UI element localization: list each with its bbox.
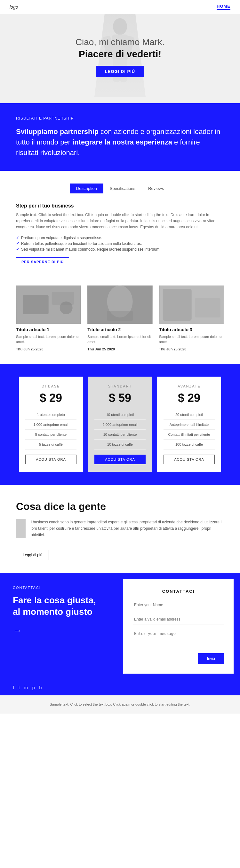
pricing-card-2: STANDART $ 59 10 utenti completi 2.000 a… bbox=[88, 377, 152, 472]
feature-2-2: 2.000 anteprime email bbox=[94, 420, 146, 430]
contact-arrow-icon: → bbox=[13, 626, 104, 636]
plan-btn-3[interactable]: ACQUISTA ORA bbox=[163, 455, 215, 464]
pricing-card-3: AVANZATE $ 29 20 utenti completi Antepri… bbox=[157, 377, 221, 472]
article-desc-1: Sample small text. Lorem ipsum dolor sit… bbox=[16, 334, 81, 345]
home-link[interactable]: HOME bbox=[217, 4, 231, 10]
footer-text: Sample text. Click to select the text bo… bbox=[13, 702, 227, 708]
step-button[interactable]: PER SAPERNE DI PIÙ bbox=[16, 257, 69, 266]
partnership-label: Risultati e partnership bbox=[16, 116, 224, 121]
svg-rect-15 bbox=[194, 298, 220, 317]
plan-features-2: 10 utenti completi 2.000 anteprime email… bbox=[94, 410, 146, 450]
testimonial-title: Cosa dice la gente bbox=[16, 501, 224, 513]
contact-label: CONTATTACI bbox=[13, 586, 104, 590]
plan-btn-1[interactable]: ACQUISTA ORA bbox=[25, 455, 77, 464]
contact-form-title: CONTATTACI bbox=[133, 589, 224, 594]
article-desc-2: Sample small text. Lorem ipsum dolor sit… bbox=[87, 334, 152, 345]
partnership-section: Risultati e partnership Sviluppiamo part… bbox=[0, 103, 240, 171]
tab-specifications[interactable]: Specifications bbox=[103, 184, 142, 193]
feature-3-2: Anteprime email illimitate bbox=[163, 420, 215, 430]
check-list: Pretium quam vulputate dignissim suspend… bbox=[16, 235, 224, 252]
article-image-1 bbox=[16, 285, 81, 324]
plan-features-1: 1 utente completo 1.000 anteprime email … bbox=[25, 410, 77, 450]
feature-1-1: 1 utente completo bbox=[25, 410, 77, 420]
plan-features-3: 20 utenti completi Anteprime email illim… bbox=[163, 410, 215, 450]
feature-1-2: 1.000 anteprime email bbox=[25, 420, 77, 430]
feature-2-1: 10 utenti completi bbox=[94, 410, 146, 420]
footer: Sample text. Click to select the text bo… bbox=[0, 695, 240, 714]
pricing-section: DI BASE $ 29 1 utente completo 1.000 ant… bbox=[0, 364, 240, 485]
plan-label-1: DI BASE bbox=[25, 384, 77, 388]
logo: logo bbox=[9, 4, 18, 9]
article-date-3: Thu Jun 25 2020 bbox=[159, 347, 224, 351]
hero-section: Ciao, mi chiamo Mark. Piacere di vederti… bbox=[0, 14, 240, 103]
article-title-3: Titolo articolo 3 bbox=[159, 327, 224, 332]
article-date-2: Thu Jun 25 2020 bbox=[87, 347, 152, 351]
pinterest-icon[interactable]: p bbox=[32, 685, 35, 690]
twitter-icon[interactable]: t bbox=[19, 685, 20, 690]
article-date-1: Thu Jun 25 2020 bbox=[16, 347, 81, 351]
testimonial-avatar bbox=[16, 519, 26, 538]
instagram-icon[interactable]: in bbox=[24, 685, 28, 690]
plan-btn-2[interactable]: ACQUISTA ORA bbox=[94, 455, 146, 464]
pricing-card-1: DI BASE $ 29 1 utente completo 1.000 ant… bbox=[19, 377, 83, 472]
plan-price-1: $ 29 bbox=[25, 391, 77, 405]
plan-price-2: $ 59 bbox=[94, 391, 146, 405]
step-title: Step per il tuo business bbox=[16, 203, 224, 209]
svg-rect-12 bbox=[107, 311, 133, 321]
svg-point-9 bbox=[60, 302, 72, 314]
svg-point-0 bbox=[113, 18, 127, 35]
plan-price-3: $ 29 bbox=[163, 391, 215, 405]
testimonial-body: I business coach sono in genere imprendi… bbox=[31, 519, 224, 538]
tab-description[interactable]: Description bbox=[70, 184, 103, 193]
tabs-bar: Description Specifications Reviews bbox=[16, 184, 224, 193]
article-card-2: Titolo articolo 2 Sample small text. Lor… bbox=[87, 285, 152, 351]
article-card-3: Titolo articolo 3 Sample small text. Lor… bbox=[159, 285, 224, 351]
plan-label-3: AVANZATE bbox=[163, 384, 215, 388]
article-title-2: Titolo articolo 2 bbox=[87, 327, 152, 332]
feature-1-4: 5 tazze di caffè bbox=[25, 440, 77, 450]
contact-message-input[interactable] bbox=[133, 629, 224, 648]
svg-rect-14 bbox=[162, 289, 191, 321]
article-image-3 bbox=[159, 285, 224, 324]
feature-2-3: 10 contatti per cliente bbox=[94, 430, 146, 440]
navigation: logo HOME bbox=[0, 0, 240, 14]
contact-name-input[interactable] bbox=[133, 600, 224, 610]
feature-3-3: Contatti illimitati per cliente bbox=[163, 430, 215, 440]
read-more-button[interactable]: Leggi di più bbox=[16, 550, 49, 560]
social-bar: f t in p b bbox=[0, 680, 240, 695]
partnership-text: Sviluppiamo partnership con aziende e or… bbox=[16, 126, 224, 158]
contact-form: CONTATTACI Invia bbox=[123, 579, 234, 674]
svg-rect-7 bbox=[23, 295, 49, 314]
contact-email-input[interactable] bbox=[133, 615, 224, 624]
hero-title: Piacere di vederti! bbox=[76, 49, 165, 59]
check-item-1: Pretium quam vulputate dignissim suspend… bbox=[16, 235, 224, 241]
feature-1-3: 5 contatti per cliente bbox=[25, 430, 77, 440]
check-item-3: Sed vulputate mi sit amet mauris commodo… bbox=[16, 247, 224, 252]
facebook-icon[interactable]: f bbox=[13, 685, 14, 690]
tab-reviews[interactable]: Reviews bbox=[142, 184, 170, 193]
article-image-2 bbox=[87, 285, 152, 324]
plan-label-2: STANDART bbox=[94, 384, 146, 388]
hero-content: Ciao, mi chiamo Mark. Piacere di vederti… bbox=[76, 37, 165, 77]
articles-section: Titolo articolo 1 Sample small text. Lor… bbox=[0, 279, 240, 364]
contact-title: Fare la cosa giusta, al momento giusto bbox=[13, 595, 104, 618]
step-body: Sample text. Click to select the text bo… bbox=[16, 212, 224, 230]
testimonial-section: Cosa dice la gente I business coach sono… bbox=[0, 485, 240, 573]
hero-button[interactable]: LEGGI DI PIÙ bbox=[96, 66, 144, 77]
feature-3-1: 20 utenti completi bbox=[163, 410, 215, 420]
blog-icon[interactable]: b bbox=[39, 685, 41, 690]
check-item-2: Rutrum tellus pellentesque eu tincidunt … bbox=[16, 241, 224, 247]
article-desc-3: Sample small text. Lorem ipsum dolor sit… bbox=[159, 334, 224, 345]
tabs-section: Description Specifications Reviews Step … bbox=[0, 171, 240, 279]
contact-submit-button[interactable]: Invia bbox=[198, 653, 224, 664]
contact-section: CONTATTACI Fare la cosa giusta, al momen… bbox=[0, 573, 240, 680]
contact-left: CONTATTACI Fare la cosa giusta, al momen… bbox=[0, 573, 117, 680]
feature-3-4: 100 tazze di caffè bbox=[163, 440, 215, 450]
partnership-bold-start: Sviluppiamo partnership bbox=[16, 128, 98, 135]
hero-subtitle: Ciao, mi chiamo Mark. bbox=[76, 37, 165, 47]
partnership-bold-mid: integrare la nostra esperienza bbox=[72, 138, 172, 146]
article-card-1: Titolo articolo 1 Sample small text. Lor… bbox=[16, 285, 81, 351]
article-title-1: Titolo articolo 1 bbox=[16, 327, 81, 332]
feature-2-4: 10 tazze di caffè bbox=[94, 440, 146, 450]
